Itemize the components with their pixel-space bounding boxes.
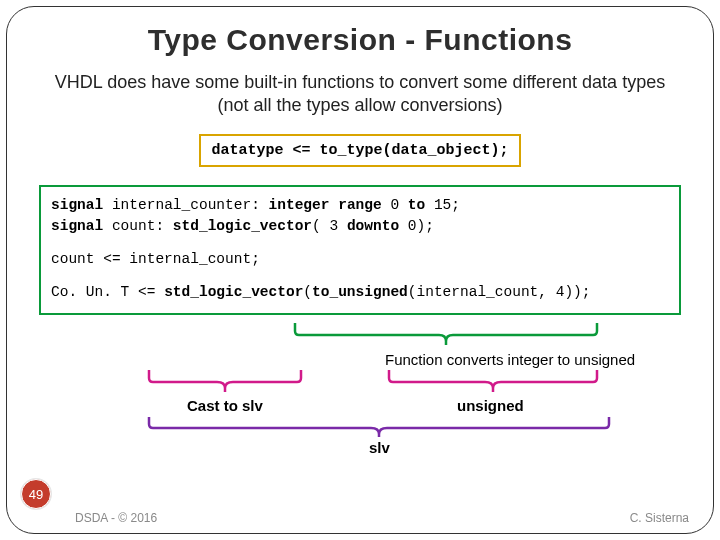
code-line-4: Co. Un. T <= std_logic_vector(to_unsigne… [51, 282, 669, 303]
intro-text: VHDL does have some built-in functions t… [51, 71, 669, 116]
annotation-area: Function converts integer to unsigned un… [33, 321, 687, 461]
code-line-1: signal internal_counter: integer range 0… [51, 195, 669, 216]
label-slv: slv [369, 439, 390, 456]
bracket-slv [145, 415, 613, 439]
footer-right: C. Sisterna [630, 511, 689, 525]
bracket-cast [145, 368, 305, 394]
label-function: Function converts integer to unsigned [385, 351, 635, 368]
bracket-unsigned [385, 368, 601, 394]
code-line-3: count <= internal_count; [51, 249, 669, 270]
code-line-2: signal count: std_logic_vector( 3 downto… [51, 216, 669, 237]
bracket-function [291, 321, 601, 347]
slide-title: Type Conversion - Functions [33, 23, 687, 57]
slide-frame: Type Conversion - Functions VHDL does ha… [6, 6, 714, 534]
label-unsigned: unsigned [457, 397, 524, 414]
code-box: signal internal_counter: integer range 0… [39, 185, 681, 315]
label-cast: Cast to slv [187, 397, 263, 414]
footer-left: DSDA - © 2016 [75, 511, 157, 525]
syntax-box: datatype <= to_type(data_object); [199, 134, 520, 167]
page-number-badge: 49 [21, 479, 51, 509]
